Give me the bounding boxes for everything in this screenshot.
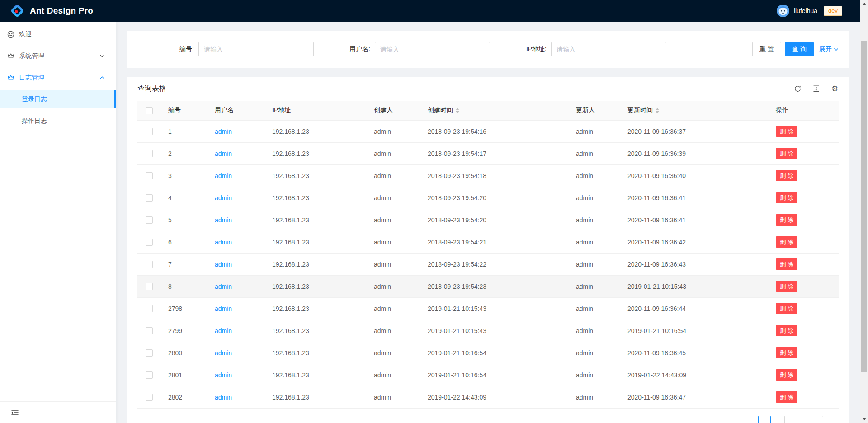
row-checkbox[interactable] [146,216,153,224]
row-checkbox[interactable] [146,194,153,202]
row-checkbox[interactable] [146,128,153,135]
filter-card: 编号: 用户名: IP地址: 重 置 查 询 展开 [127,31,849,68]
row-creator: admin [374,194,391,202]
row-checkbox[interactable] [146,327,153,334]
id-field[interactable] [198,42,314,56]
expand-link[interactable]: 展开 [819,45,839,53]
row-checkbox[interactable] [146,172,153,179]
row-username-link[interactable]: admin [215,283,232,290]
row-delete-button[interactable]: 删 除 [776,148,797,159]
row-updater: admin [576,239,593,246]
row-updated-time: 2020-11-09 16:36:41 [627,216,686,224]
row-id: 2801 [168,371,182,379]
scrollbar-thumb[interactable] [861,41,867,372]
scrollbar-up-arrow-icon[interactable] [860,0,868,8]
row-checkbox[interactable] [146,349,153,357]
row-updated-time: 2020-11-09 16:36:41 [627,194,686,202]
row-delete-button[interactable]: 删 除 [776,391,797,403]
refresh-icon[interactable] [794,85,802,93]
row-username-link[interactable]: admin [215,349,232,357]
row-checkbox[interactable] [146,371,153,379]
column-header-created-time: 创建时间 [420,101,569,120]
filter-item-username: 用户名: [314,42,490,56]
table-header-row: 编号 用户名 IP地址 创建人 创建时间 更新人 更新时间 操作 [137,101,839,120]
row-created-time: 2018-09-23 19:54:20 [428,194,486,202]
row-username-link[interactable]: admin [215,194,232,202]
row-username-link[interactable]: admin [215,394,232,401]
row-updater: admin [576,216,593,224]
search-button[interactable]: 查 询 [785,42,814,56]
column-header-username: 用户名 [208,101,265,120]
sorter-icon[interactable] [456,108,459,113]
row-updated-time: 2020-11-09 16:36:40 [627,172,686,179]
sidebar-item-system-management[interactable]: 系统管理 [0,47,116,65]
row-checkbox[interactable] [146,283,153,290]
username-field[interactable] [375,42,490,56]
row-created-time: 2018-09-23 19:54:16 [428,128,486,135]
row-updater: admin [576,305,593,312]
row-username-link[interactable]: admin [215,305,232,312]
row-username-link[interactable]: admin [215,128,232,135]
row-id: 5 [168,216,172,224]
row-delete-button[interactable]: 删 除 [776,192,797,203]
row-id: 2799 [168,327,182,334]
settings-gear-icon[interactable]: ⚙ [831,85,839,93]
row-created-time: 2018-09-23 19:54:21 [428,239,486,246]
row-updater: admin [576,327,593,334]
row-delete-button[interactable]: 删 除 [776,281,797,292]
select-all-checkbox[interactable] [146,107,153,114]
row-delete-button[interactable]: 删 除 [776,347,797,358]
row-delete-button[interactable]: 删 除 [776,170,797,181]
row-delete-button[interactable]: 删 除 [776,236,797,248]
row-updated-time: 2020-11-09 16:36:43 [627,261,686,268]
row-delete-button[interactable]: 删 除 [776,258,797,270]
scrollbar-down-arrow-icon[interactable] [860,415,868,423]
row-delete-button[interactable]: 删 除 [776,214,797,226]
user-menu-trigger[interactable]: liufeihua [777,5,824,17]
pagination-size-select[interactable] [784,416,823,423]
row-username-link[interactable]: admin [215,371,232,379]
top-header: Ant Design Pro liufeihua dev [0,0,860,22]
row-delete-button[interactable]: 删 除 [776,369,797,381]
row-delete-button[interactable]: 删 除 [776,303,797,314]
row-creator: admin [374,305,391,312]
row-username-link[interactable]: admin [215,239,232,246]
filter-item-id: 编号: [137,42,314,56]
row-checkbox[interactable] [146,150,153,157]
row-checkbox[interactable] [146,394,153,401]
table-row: 2801admin192.168.1.23admin2019-01-21 10:… [137,364,839,386]
row-updater: admin [576,349,593,357]
row-username-link[interactable]: admin [215,172,232,179]
reset-button[interactable]: 重 置 [752,42,781,56]
row-ip: 192.168.1.23 [272,305,309,312]
row-created-time: 2019-01-21 10:15:43 [428,327,486,334]
row-updated-time: 2020-11-09 16:36:39 [627,150,686,157]
row-username-link[interactable]: admin [215,216,232,224]
sorter-icon[interactable] [656,108,659,113]
row-checkbox[interactable] [146,261,153,268]
column-height-icon[interactable] [812,85,820,93]
row-ip: 192.168.1.23 [272,283,309,290]
row-delete-button[interactable]: 删 除 [776,126,797,137]
row-username-link[interactable]: admin [215,327,232,334]
ip-field[interactable] [551,42,666,56]
row-updated-time: 2020-11-09 16:36:45 [627,349,686,357]
row-updater: admin [576,283,593,290]
sidebar-item-operation-log[interactable]: 操作日志 [0,112,116,130]
ip-field-label: IP地址: [526,45,547,53]
table-card: 查询表格 ⚙ [127,77,849,423]
table-row: 1admin192.168.1.23admin2018-09-23 19:54:… [137,120,839,142]
row-username-link[interactable]: admin [215,261,232,268]
row-username-link[interactable]: admin [215,150,232,157]
username-field-label: 用户名: [349,45,370,53]
id-field-label: 编号: [179,45,194,53]
menu-fold-icon[interactable] [11,409,19,417]
row-checkbox[interactable] [146,305,153,312]
logo-link[interactable]: Ant Design Pro [0,4,93,18]
sidebar-item-welcome[interactable]: 欢迎 [0,25,116,43]
row-delete-button[interactable]: 删 除 [776,325,797,336]
sidebar-item-login-log[interactable]: 登录日志 [0,90,116,108]
sidebar-item-log-management[interactable]: 日志管理 [0,69,116,87]
row-checkbox[interactable] [146,239,153,246]
pagination-current-page-button[interactable] [758,416,771,423]
